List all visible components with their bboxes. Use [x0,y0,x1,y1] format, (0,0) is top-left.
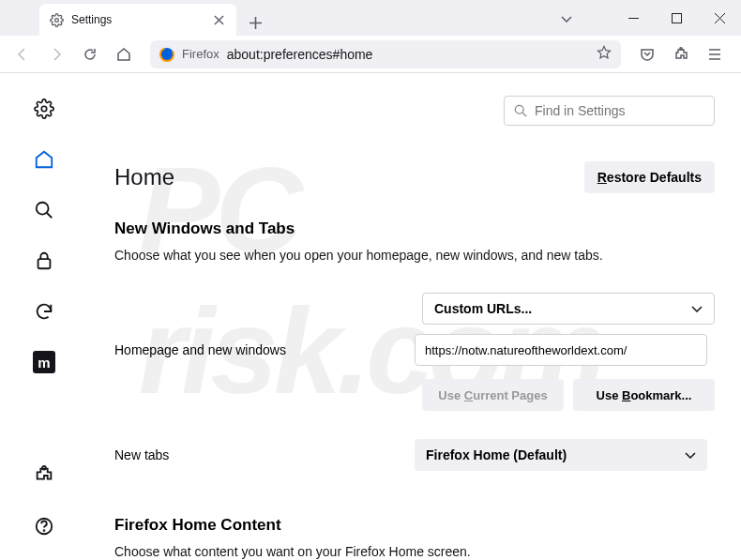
sidebar-item-privacy[interactable] [29,246,59,276]
svg-rect-1 [672,13,681,23]
svg-point-6 [37,203,49,215]
window-controls [612,0,741,36]
gear-icon [49,12,64,27]
maximize-button[interactable] [655,0,698,36]
svg-point-11 [515,105,523,114]
section2-desc: Choose what content you want on your Fir… [114,544,715,559]
sidebar-item-home[interactable] [29,144,59,174]
close-window-button[interactable] [698,0,741,36]
find-settings-input[interactable] [504,96,715,126]
section2-title: Firefox Home Content [114,516,715,535]
svg-rect-7 [38,259,51,268]
use-bookmark-button[interactable]: Use Bookmark... [573,379,715,411]
search-icon [514,104,527,117]
homepage-url-input[interactable] [415,334,707,366]
firefox-icon [159,47,174,62]
settings-content: Home Restore Defaults New Windows and Ta… [88,73,741,560]
svg-point-0 [54,18,58,22]
section-title: New Windows and Tabs [114,219,715,238]
toolbar: Firefox about:preferences#home [0,36,741,73]
menu-button[interactable] [700,39,730,69]
svg-point-10 [44,530,45,531]
tabs-dropdown-button[interactable] [561,9,572,26]
new-tab-button[interactable] [242,9,268,36]
newtabs-select-value: Firefox Home (Default) [426,447,567,462]
chevron-down-icon [685,452,696,459]
settings-sidebar: m [0,73,88,560]
tab-title: Settings [71,13,203,26]
homepage-label: Homepage and new windows [114,342,415,357]
sidebar-item-search[interactable] [29,195,59,225]
page-heading: Home [114,164,174,190]
restore-defaults-button[interactable]: Restore Defaults [584,161,715,193]
newtabs-label: New tabs [114,447,415,462]
svg-point-5 [41,106,47,112]
url-text: about:preferences#home [227,47,589,62]
sidebar-item-extensions[interactable] [29,461,59,491]
home-button[interactable] [109,39,139,69]
sidebar-item-help[interactable] [29,511,59,541]
bookmark-star-icon[interactable] [597,45,612,64]
url-bar[interactable]: Firefox about:preferences#home [150,40,621,68]
homepage-select[interactable]: Custom URLs... [422,293,715,325]
extensions-button[interactable] [666,39,696,69]
browser-tab[interactable]: Settings [39,4,236,36]
find-settings-field[interactable] [535,103,704,118]
chevron-down-icon [691,306,703,312]
homepage-select-value: Custom URLs... [434,301,532,316]
reload-button[interactable] [75,39,105,69]
tab-bar: Settings [0,0,741,36]
sidebar-item-general[interactable] [29,94,59,124]
sidebar-item-more[interactable]: m [29,347,59,377]
section-desc: Choose what you see when you open your h… [114,248,715,263]
newtabs-select[interactable]: Firefox Home (Default) [415,439,707,471]
forward-button[interactable] [41,39,71,69]
back-button[interactable] [8,39,38,69]
close-icon[interactable] [210,11,227,28]
pocket-button[interactable] [632,39,662,69]
minimize-button[interactable] [612,0,655,36]
svg-point-4 [680,47,682,49]
url-label: Firefox [182,47,219,61]
use-current-pages-button[interactable]: Use Current Pages [422,379,564,411]
sidebar-item-sync[interactable] [29,296,59,326]
